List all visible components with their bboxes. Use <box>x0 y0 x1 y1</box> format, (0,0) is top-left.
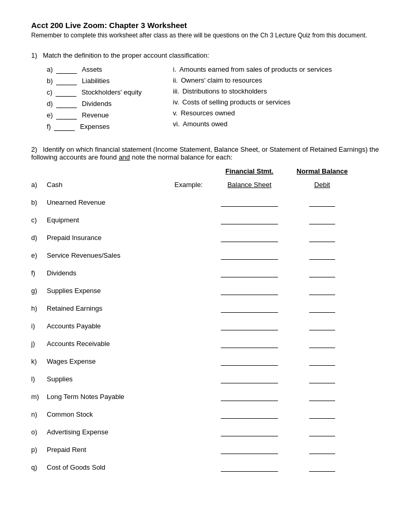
list-item: iii. Distributions to stockholders <box>173 87 332 95</box>
q1-header: 1) Match the definition to the proper ac… <box>31 51 380 59</box>
table-row: o) Advertising Expense <box>31 425 380 438</box>
financial-stmt-header: Financial Stmt. <box>208 167 291 175</box>
table-row: h) Retained Earnings <box>31 302 380 314</box>
table-row: l) Supplies <box>31 373 380 385</box>
question-1: 1) Match the definition to the proper ac… <box>31 51 380 131</box>
q2-column-headers: Financial Stmt. Normal Balance <box>208 167 380 175</box>
q2-number: 2) <box>31 145 37 153</box>
table-row: m) Long Term Notes Payable <box>31 390 380 403</box>
list-item: c) Stockholders' equity <box>47 88 142 97</box>
table-row: k) Wages Expense <box>31 355 380 367</box>
list-item: ii. Owners' claim to resources <box>173 76 332 84</box>
table-row: q) Cost of Goods Sold <box>31 461 380 473</box>
table-row: a) Cash Example: Balance Sheet Debit <box>31 178 380 191</box>
table-row: p) Prepaid Rent <box>31 443 380 456</box>
list-item: d) Dividends <box>47 100 142 108</box>
table-row: j) Accounts Receivable <box>31 337 380 350</box>
q1-instruction: Match the definition to the proper accou… <box>43 51 209 59</box>
page-title: Acct 200 Live Zoom: Chapter 3 Worksheet <box>31 21 380 30</box>
list-item: f) Expenses <box>47 123 142 131</box>
table-row: b) Unearned Revenue <box>31 196 380 208</box>
table-row: f) Dividends <box>31 267 380 279</box>
table-row: d) Prepaid Insurance <box>31 231 380 244</box>
q1-left-column: a) Assets b) Liabilities c) Stockholders… <box>47 65 142 131</box>
q1-number: 1) <box>31 51 37 59</box>
page-subtitle: Remember to complete this worksheet afte… <box>31 32 380 39</box>
q2-header: 2) Identify on which financial statement… <box>31 145 380 161</box>
table-row: n) Common Stock <box>31 408 380 420</box>
list-item: i. Amounts earned from sales of products… <box>173 65 332 73</box>
list-item: vi. Amounts owed <box>173 120 332 128</box>
normal-balance-header: Normal Balance <box>291 167 353 175</box>
table-row: g) Supplies Expense <box>31 284 380 297</box>
list-item: b) Liabilities <box>47 77 142 85</box>
table-row: e) Service Revenues/Sales <box>31 249 380 261</box>
list-item: e) Revenue <box>47 111 142 119</box>
list-item: iv. Costs of selling products or service… <box>173 98 332 106</box>
list-item: v. Resources owned <box>173 109 332 117</box>
q1-right-column: i. Amounts earned from sales of products… <box>173 65 332 131</box>
q2-instruction: Identify on which financial statement (I… <box>31 145 379 161</box>
list-item: a) Assets <box>47 65 142 74</box>
table-row: i) Accounts Payable <box>31 320 380 332</box>
question-2: 2) Identify on which financial statement… <box>31 145 380 473</box>
table-row: c) Equipment <box>31 214 380 226</box>
